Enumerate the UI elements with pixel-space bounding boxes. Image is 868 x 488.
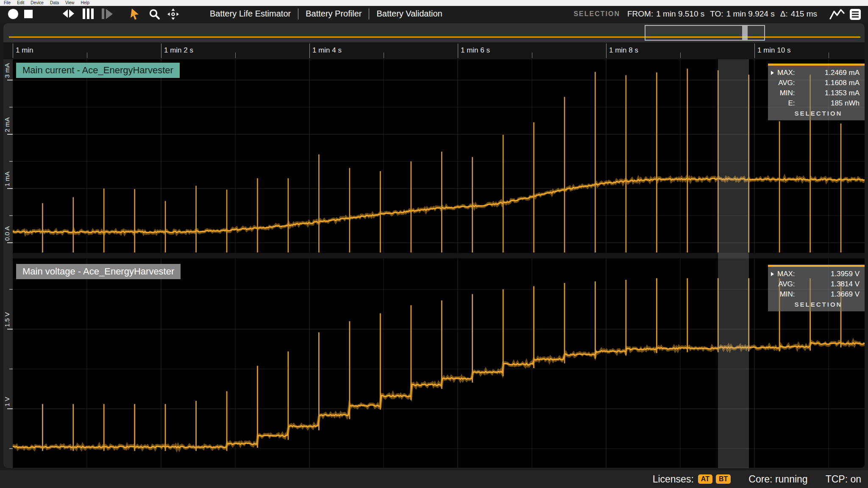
chart-panel: 1 min1 min 2 s1 min 4 s1 min 6 s1 min 8 …: [3, 23, 865, 468]
pan-icon[interactable]: [167, 8, 179, 22]
time-tick-major: [161, 44, 161, 58]
licenses-group: Licenses: ATBT: [653, 474, 731, 485]
time-tick-minor: [87, 53, 87, 58]
time-tick-label: 1 min 4 s: [312, 46, 342, 55]
stat-label: AVG:: [777, 280, 795, 288]
y-tick-minor: [9, 161, 13, 162]
y-tick-label: 1.5 V: [3, 312, 12, 327]
stop-icon[interactable]: [24, 10, 33, 18]
step-triangle: [106, 9, 113, 19]
time-tick-minor: [829, 53, 829, 58]
status-bar: Licenses: ATBT Core: running TCP: on: [0, 470, 868, 488]
time-tick-minor: [680, 53, 681, 58]
y-tick-label: 0.0 A: [3, 226, 12, 241]
current-stats-box: MAX:1.2469 mAAVG:1.1608 mAMIN:1.1353 mAE…: [768, 64, 865, 120]
time-tick-label: 1 min 10 s: [757, 46, 790, 55]
time-tick-major: [309, 44, 310, 58]
y-tick-label: 1 V: [3, 397, 12, 407]
y-tick-major: [7, 134, 13, 135]
menu-item-device[interactable]: Device: [31, 0, 44, 6]
list-view-icon[interactable]: [849, 8, 862, 22]
license-badge-at: AT: [698, 474, 712, 484]
stat-value: 1.3959 V: [798, 270, 860, 278]
stat-value: 1.3669 V: [798, 290, 860, 299]
y-tick-minor: [9, 215, 13, 216]
y-tick-minor: [9, 289, 13, 290]
tab-battery-profiler[interactable]: Battery Profiler: [306, 9, 362, 19]
stat-label: MAX:: [777, 270, 795, 278]
menu-item-file[interactable]: File: [4, 0, 11, 6]
y-tick-minor: [9, 369, 13, 369]
stat-value: 1.1608 mA: [798, 79, 860, 87]
menu-item-edit[interactable]: Edit: [17, 0, 24, 6]
step-bar: [102, 8, 104, 19]
time-tick-major: [606, 44, 606, 58]
selection-band[interactable]: [718, 59, 748, 468]
y-tick-major: [7, 188, 13, 189]
toolbar: Battery Life EstimatorBattery ProfilerBa…: [0, 6, 868, 22]
minimap-view-window[interactable]: [645, 25, 765, 41]
y-tick-label: 3 mA: [3, 63, 12, 78]
stats-collapse-triangle-icon[interactable]: [771, 71, 774, 75]
recording-overview-minimap[interactable]: [3, 23, 865, 42]
triangle-right: [69, 9, 74, 18]
fit-horizontal-icon[interactable]: [63, 9, 74, 18]
y-tick-major: [7, 80, 13, 80]
menu-bar: FileEditDeviceDataViewHelp: [0, 0, 868, 6]
stat-value: 1.2469 mA: [798, 69, 860, 77]
bars-icon[interactable]: [83, 8, 94, 19]
stat-value: 1.1353 mA: [798, 89, 860, 97]
step-play-icon[interactable]: [102, 8, 113, 19]
current-series-label[interactable]: Main current - Ace_EnergyHarvester: [16, 63, 180, 78]
y-tick-major: [7, 242, 13, 243]
triangle-left: [63, 9, 68, 18]
selection-delta-label: Δ:: [780, 9, 788, 19]
selection-from-value: 1 min 9.510 s: [656, 9, 704, 19]
tab-separator: [369, 8, 369, 19]
minimap-selection-band[interactable]: [742, 26, 748, 40]
y-tick-minor: [9, 107, 13, 108]
stat-value: 1.3814 V: [798, 280, 860, 288]
tab-bar: Battery Life EstimatorBattery ProfilerBa…: [210, 6, 442, 22]
voltage-stats-selection-label: SELECTION: [777, 301, 860, 308]
record-icon[interactable]: [8, 9, 18, 19]
selection-info-label: SELECTION: [573, 10, 620, 18]
chart-view-icon[interactable]: [829, 9, 845, 22]
stat-label: E:: [777, 99, 795, 108]
license-badge-bt: BT: [716, 474, 731, 484]
stats-collapse-triangle-icon[interactable]: [771, 272, 774, 276]
core-status: Core: running: [748, 474, 807, 485]
tab-battery-life-estimator[interactable]: Battery Life Estimator: [210, 9, 291, 19]
selection-to-label: TO:: [710, 9, 723, 19]
tcp-status: TCP: on: [826, 474, 861, 485]
y-tick-label: 1 mA: [3, 172, 12, 186]
y-tick-major: [7, 329, 13, 330]
time-tick-label: 1 min: [16, 46, 33, 55]
voltage-series-label[interactable]: Main voltage - Ace_EnergyHarvester: [16, 264, 181, 279]
current-stats-selection-label: SELECTION: [777, 110, 860, 117]
time-tick-label: 1 min 6 s: [461, 46, 490, 55]
menu-item-view[interactable]: View: [65, 0, 75, 6]
time-tick-label: 1 min 8 s: [609, 46, 638, 55]
selection-delta-value: 415 ms: [791, 9, 817, 19]
stat-value: 185 nWh: [798, 99, 860, 108]
time-tick-label: 1 min 2 s: [164, 46, 193, 55]
cursor-icon[interactable]: [129, 8, 141, 22]
y-tick-major: [7, 408, 13, 409]
menu-item-data[interactable]: Data: [50, 0, 59, 6]
menu-item-help[interactable]: Help: [81, 0, 90, 6]
y-tick-minor: [9, 448, 13, 449]
y-tick-label: 2 mA: [3, 117, 12, 132]
time-tick-minor: [384, 53, 384, 58]
zoom-icon[interactable]: [149, 8, 160, 22]
stat-label: MIN:: [777, 89, 795, 97]
time-tick-major: [754, 44, 755, 58]
time-tick-minor: [532, 53, 532, 58]
stat-label: AVG:: [777, 79, 795, 87]
stat-label: MAX:: [777, 69, 795, 77]
tab-battery-validation[interactable]: Battery Validation: [376, 9, 442, 19]
stat-label: MIN:: [777, 290, 795, 299]
tab-separator: [298, 8, 298, 19]
voltage-stats-box: MAX:1.3959 VAVG:1.3814 VMIN:1.3669 V SEL…: [768, 265, 865, 311]
selection-to-value: 1 min 9.924 s: [726, 9, 775, 19]
